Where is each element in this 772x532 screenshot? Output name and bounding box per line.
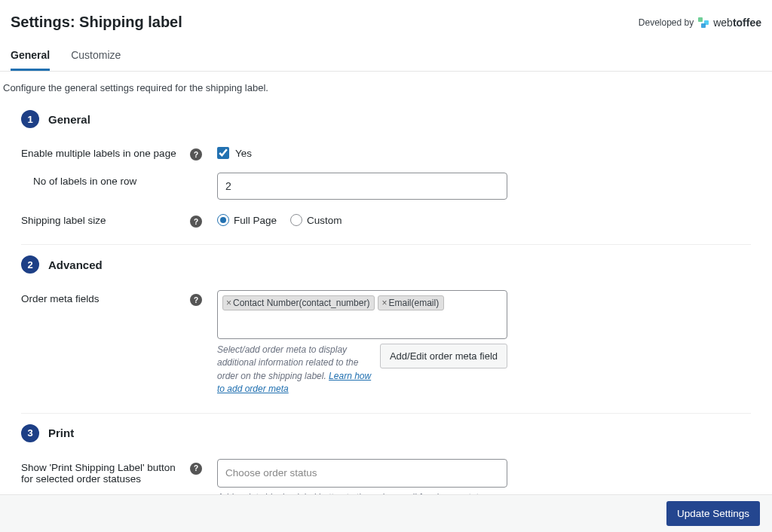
order-meta-label: Order meta fields (21, 293, 190, 304)
size-radio-full-page[interactable]: Full Page (217, 214, 277, 226)
section-general-title: General (48, 113, 90, 126)
radio-icon (217, 214, 229, 226)
section-print-title: Print (48, 427, 74, 439)
meta-tag-label: Contact Number(contact_number) (233, 298, 369, 308)
tab-general[interactable]: General (11, 41, 50, 71)
section-number-2: 2 (21, 255, 39, 274)
size-radio-group: Full Page Custom (217, 212, 526, 226)
section-print-header: 3 Print (21, 424, 751, 442)
webtoffee-logo: webtoffee (698, 17, 761, 29)
section-general-header: 1 General (21, 110, 751, 128)
section-number-3: 3 (21, 424, 39, 442)
enable-multiple-checkbox-wrap[interactable]: Yes (217, 145, 526, 159)
size-full-page-label: Full Page (234, 215, 277, 226)
meta-tag[interactable]: × Email(email) (378, 295, 444, 310)
order-meta-tagbox[interactable]: × Contact Number(contact_number) × Email… (217, 290, 507, 339)
section-number-1: 1 (21, 110, 39, 128)
help-icon[interactable]: ? (190, 463, 202, 475)
update-settings-button[interactable]: Update Settings (666, 501, 760, 526)
help-icon[interactable]: ? (190, 294, 202, 306)
labels-per-row-input[interactable] (217, 173, 507, 200)
divider (21, 413, 751, 414)
divider (21, 244, 751, 245)
enable-multiple-yes: Yes (235, 148, 252, 159)
enable-multiple-label: Enable multiple labels in one page (21, 148, 190, 159)
brand-prefix: web (713, 17, 733, 29)
size-radio-custom[interactable]: Custom (290, 214, 342, 226)
add-edit-meta-button[interactable]: Add/Edit order meta field (380, 344, 507, 368)
help-icon[interactable]: ? (190, 148, 202, 161)
order-meta-help-text: Select/add order meta to display additio… (217, 344, 372, 396)
labels-per-row-label: No of labels in one row (21, 176, 202, 187)
tab-customize[interactable]: Customize (71, 41, 121, 71)
shipping-label-size-label: Shipping label size (21, 215, 190, 226)
enable-multiple-checkbox[interactable] (217, 147, 229, 159)
order-status-select[interactable]: Choose order status (217, 459, 507, 488)
section-advanced-title: Advanced (48, 258, 103, 271)
meta-tag[interactable]: × Contact Number(contact_number) (222, 295, 375, 310)
footer-bar: Update Settings (0, 494, 772, 532)
page-description: Configure the general settings required … (0, 72, 772, 102)
tab-bar: General Customize (0, 41, 772, 72)
help-icon[interactable]: ? (190, 216, 202, 228)
developed-by-text: Developed by (639, 17, 694, 28)
close-icon[interactable]: × (381, 298, 387, 308)
page-title: Settings: Shipping label (11, 14, 182, 31)
close-icon[interactable]: × (226, 298, 231, 308)
logo-icon (698, 17, 712, 28)
meta-tag-label: Email(email) (388, 298, 439, 308)
developed-by: Developed by webtoffee (639, 17, 761, 29)
radio-icon (290, 214, 302, 226)
section-advanced-header: 2 Advanced (21, 255, 751, 274)
brand-suffix: toffee (733, 17, 761, 29)
size-custom-label: Custom (307, 215, 342, 226)
show-print-button-label: Show 'Print Shipping Label' button for s… (21, 462, 190, 485)
